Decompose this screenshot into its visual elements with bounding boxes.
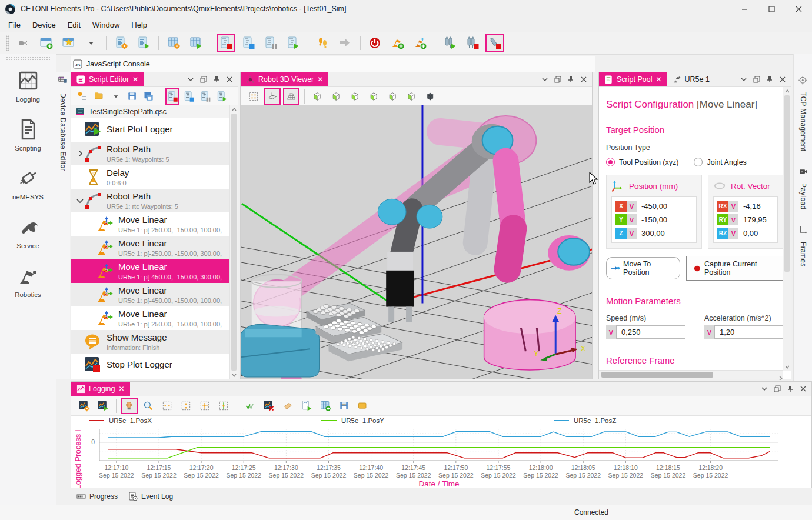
ry-value[interactable]: 179,95 bbox=[743, 215, 767, 224]
scroll-down-icon[interactable] bbox=[783, 363, 791, 371]
panel-float-icon[interactable] bbox=[753, 76, 760, 83]
menu-window[interactable]: Window bbox=[86, 19, 125, 31]
eraser-icon[interactable] bbox=[279, 398, 296, 414]
speed-variable-dropdown[interactable]: V bbox=[606, 325, 616, 339]
panel-menu-icon[interactable] bbox=[740, 76, 747, 83]
robot-3d-scene[interactable]: Z X Y bbox=[241, 105, 592, 379]
save-all-icon[interactable] bbox=[142, 88, 156, 105]
menu-help[interactable]: Help bbox=[125, 19, 153, 31]
robot-add-icon[interactable] bbox=[388, 34, 407, 52]
acceleration-variable-dropdown[interactable]: V bbox=[704, 325, 714, 339]
chart-config-icon[interactable] bbox=[76, 398, 92, 414]
ry-variable-dropdown[interactable]: V bbox=[728, 214, 738, 225]
panel-close-icon[interactable] bbox=[800, 385, 807, 392]
panel-menu-icon[interactable] bbox=[761, 385, 768, 392]
y-variable-dropdown[interactable]: V bbox=[627, 214, 637, 225]
stop-icon[interactable] bbox=[165, 88, 179, 105]
chart-run-icon[interactable] bbox=[95, 398, 111, 414]
script-new-icon[interactable] bbox=[76, 88, 90, 105]
window-favorite-icon[interactable] bbox=[59, 34, 78, 52]
rx-value[interactable]: -4,16 bbox=[743, 202, 761, 211]
hand-icon[interactable] bbox=[121, 398, 138, 414]
chart-clear-icon[interactable] bbox=[261, 398, 277, 414]
close-tab-icon[interactable]: ✕ bbox=[119, 385, 125, 392]
tab-robot-3d-viewer[interactable]: Robot 3D Viewer✕ bbox=[241, 72, 328, 86]
script-step-row[interactable]: Move Linear UR5e 1: p[-450.00, -150.00, … bbox=[71, 259, 230, 283]
toolbar-grip[interactable] bbox=[6, 35, 9, 51]
script-step-row[interactable]: Move Linear UR5e 1: p[-250.00, -150.00, … bbox=[71, 306, 230, 330]
panel-pin-icon[interactable] bbox=[213, 76, 220, 83]
x-variable-dropdown[interactable]: V bbox=[627, 201, 637, 212]
disconnect-icon[interactable] bbox=[15, 34, 34, 52]
zoom-icon[interactable] bbox=[140, 398, 157, 414]
script-stop-icon[interactable] bbox=[217, 34, 235, 52]
event-log-tab[interactable]: Event Log bbox=[128, 492, 173, 501]
radio-tool-position[interactable]: Tool Position (xyz) bbox=[606, 158, 678, 166]
pool-vertical-scrollbar[interactable] bbox=[783, 87, 791, 371]
y-value[interactable]: -150,00 bbox=[641, 215, 667, 224]
frame-center-icon[interactable] bbox=[215, 398, 232, 414]
right-tab-frames[interactable]: Frames bbox=[798, 225, 808, 266]
javascript-console-bar[interactable]: JS JavaScript Console bbox=[71, 56, 595, 72]
script-file-header[interactable]: TestSingleStepPath.qsc bbox=[71, 105, 230, 118]
menu-file[interactable]: File bbox=[2, 19, 26, 31]
script-resume-icon[interactable] bbox=[284, 34, 302, 52]
frame-h-icon[interactable] bbox=[159, 398, 175, 414]
tab-ur5e-1[interactable]: UR5e 1 bbox=[667, 72, 715, 86]
panel-close-icon[interactable] bbox=[779, 76, 786, 83]
script-step-row[interactable]: Move Linear UR5e 1: p[-450.00, -150.00, … bbox=[71, 283, 230, 306]
view-cube-icon[interactable] bbox=[328, 88, 345, 105]
rz-variable-dropdown[interactable]: V bbox=[728, 228, 738, 239]
sidebar-item-service[interactable]: Service bbox=[0, 208, 56, 256]
x-value[interactable]: -450,00 bbox=[641, 202, 667, 211]
acceleration-input[interactable]: 1,20 bbox=[714, 325, 783, 339]
script-step-row[interactable]: Move Linear UR5e 1: p[-250.00, -150.00, … bbox=[71, 236, 230, 259]
view-cube-icon[interactable] bbox=[366, 88, 382, 105]
dosing-stop-single-icon[interactable] bbox=[485, 34, 504, 52]
dosing-stop-icon[interactable] bbox=[463, 34, 482, 52]
script-step-row[interactable]: Stop Plot Logger bbox=[71, 354, 230, 377]
script-step-row[interactable]: Start Plot Logger bbox=[71, 118, 230, 142]
folder-icon[interactable] bbox=[355, 398, 371, 414]
z-variable-dropdown[interactable]: V bbox=[627, 228, 637, 239]
rz-value[interactable]: 0,00 bbox=[743, 229, 758, 238]
pause-icon[interactable] bbox=[198, 88, 212, 105]
radio-joint-angles[interactable]: Joint Angles bbox=[694, 158, 746, 166]
scroll-down-icon[interactable] bbox=[230, 371, 238, 379]
legend-ur5e_1.posx[interactable]: UR5e_1.PosX bbox=[89, 417, 152, 424]
panel-menu-icon[interactable] bbox=[187, 76, 194, 83]
clip-plane-icon[interactable] bbox=[264, 88, 281, 105]
sidebar-item-logging[interactable]: Logging bbox=[0, 61, 56, 110]
solid-cube-icon[interactable] bbox=[422, 88, 439, 105]
sidebar-item-scripting[interactable]: Scripting bbox=[0, 110, 56, 159]
script-list-run-icon[interactable] bbox=[134, 34, 153, 52]
caret-down-icon[interactable] bbox=[109, 88, 123, 105]
minimize-button[interactable] bbox=[731, 0, 758, 18]
menu-device[interactable]: Device bbox=[26, 19, 62, 31]
check-icon[interactable] bbox=[242, 398, 258, 414]
scroll-up-icon[interactable] bbox=[230, 105, 238, 113]
legend-ur5e_1.posy[interactable]: UR5e_1.PosY bbox=[321, 417, 384, 424]
close-tab-icon[interactable]: ✕ bbox=[132, 76, 138, 83]
script-step-row[interactable]: Robot Path UR5e 1: Waypoints: 5 bbox=[71, 142, 230, 165]
maximize-button[interactable] bbox=[758, 0, 785, 18]
tab-script-editor[interactable]: Script Editor✕ bbox=[71, 72, 144, 86]
rx-variable-dropdown[interactable]: V bbox=[728, 201, 738, 212]
z-value[interactable]: 300,00 bbox=[641, 229, 665, 238]
run-icon[interactable] bbox=[215, 88, 229, 105]
view-cube-icon[interactable] bbox=[347, 88, 364, 105]
script-tree-scrollbar[interactable] bbox=[229, 105, 238, 379]
script-step-row[interactable]: Robot Path UR5e 1: rtc Waypoints: 5 bbox=[71, 189, 230, 212]
panel-pin-icon[interactable] bbox=[567, 76, 574, 83]
caret-down-icon[interactable] bbox=[82, 34, 101, 52]
panel-menu-icon[interactable] bbox=[541, 76, 548, 83]
tab-logging[interactable]: Logging✕ bbox=[71, 382, 130, 396]
menu-edit[interactable]: Edit bbox=[62, 19, 86, 31]
save-icon[interactable] bbox=[336, 398, 352, 414]
snap-points-icon[interactable] bbox=[245, 88, 262, 105]
legend-ur5e_1.posz[interactable]: UR5e_1.PosZ bbox=[554, 417, 616, 424]
script-step-row[interactable]: Delay 0:0:6:0 bbox=[71, 165, 230, 189]
panel-close-icon[interactable] bbox=[226, 76, 233, 83]
pool-horizontal-scrollbar[interactable] bbox=[599, 370, 783, 379]
scroll-up-icon[interactable] bbox=[783, 87, 791, 95]
